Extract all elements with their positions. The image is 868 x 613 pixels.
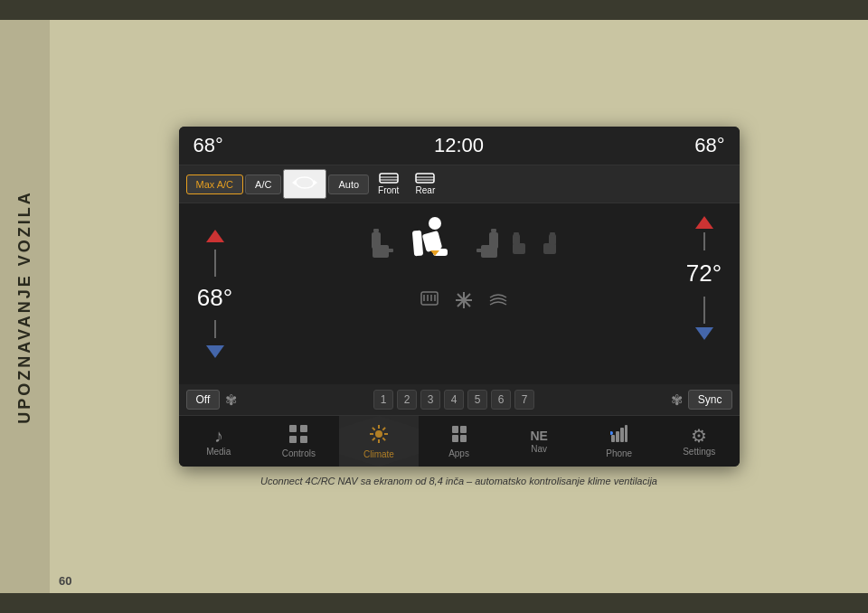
svg-rect-18 bbox=[489, 232, 498, 249]
nav-icon: NE bbox=[530, 429, 547, 442]
nav-controls[interactable]: Controls bbox=[259, 416, 339, 467]
svg-rect-5 bbox=[416, 174, 434, 183]
right-temp-down-button[interactable] bbox=[695, 327, 713, 340]
active-person-figure bbox=[408, 214, 462, 281]
floor-airflow-icon[interactable] bbox=[420, 290, 439, 314]
recirculate-button[interactable] bbox=[283, 169, 326, 199]
svg-point-36 bbox=[462, 298, 466, 302]
svg-rect-44 bbox=[452, 435, 458, 442]
bottom-nav: ♪ Media Controls bbox=[179, 415, 740, 467]
fan-speed-row: Off ✾ 1 2 3 4 5 6 7 ✾ Sync bbox=[179, 384, 740, 415]
svg-rect-48 bbox=[620, 428, 624, 442]
sync-button[interactable]: Sync bbox=[688, 390, 732, 410]
top-bar bbox=[0, 0, 868, 20]
left-temp-line-bottom bbox=[214, 320, 216, 338]
media-label: Media bbox=[206, 447, 231, 457]
fan-off-button[interactable]: Off bbox=[186, 390, 221, 410]
speed-2-button[interactable]: 2 bbox=[397, 390, 417, 410]
left-temp-down-button[interactable] bbox=[206, 345, 224, 358]
nav-settings[interactable]: ⚙ Settings bbox=[659, 416, 740, 467]
left-temp-line bbox=[214, 250, 216, 277]
right-temp-line-bottom bbox=[703, 297, 705, 324]
apps-label: Apps bbox=[448, 448, 469, 458]
sidebar-title: UPOZNAVANJE VOZILA bbox=[15, 190, 34, 423]
svg-rect-2 bbox=[380, 174, 398, 183]
nav-media[interactable]: ♪ Media bbox=[179, 416, 259, 467]
bottom-bar bbox=[0, 593, 868, 613]
page-number: 60 bbox=[59, 574, 71, 588]
speed-4-button[interactable]: 4 bbox=[444, 390, 464, 410]
svg-marker-1 bbox=[292, 180, 296, 185]
svg-rect-14 bbox=[411, 231, 422, 257]
svg-rect-42 bbox=[452, 426, 458, 433]
right-temp-up-button[interactable] bbox=[695, 216, 713, 229]
left-temp-value: 68° bbox=[197, 284, 232, 312]
svg-point-12 bbox=[429, 217, 441, 230]
right-temp-value: 72° bbox=[686, 259, 722, 288]
settings-icon: ⚙ bbox=[691, 427, 707, 445]
settings-label: Settings bbox=[683, 447, 715, 457]
phone-icon bbox=[610, 424, 628, 447]
left-sidebar: UPOZNAVANJE VOZILA bbox=[0, 20, 50, 593]
svg-marker-0 bbox=[314, 180, 317, 185]
nav-label: Nav bbox=[531, 444, 547, 454]
svg-rect-45 bbox=[460, 435, 467, 442]
climate-main: 68° bbox=[179, 203, 740, 384]
rear-left-seat-icon[interactable] bbox=[511, 232, 533, 263]
speed-6-button[interactable]: 6 bbox=[491, 390, 511, 410]
driver-seat-icon[interactable] bbox=[370, 229, 397, 267]
passenger-seat-icon[interactable] bbox=[473, 229, 500, 267]
seat-icons-area bbox=[370, 211, 558, 285]
fan-right-icon[interactable]: ✾ bbox=[671, 391, 683, 409]
speed-1-button[interactable]: 1 bbox=[373, 390, 393, 410]
controls-icon bbox=[288, 424, 308, 447]
right-temp-line-top bbox=[703, 232, 705, 250]
nav-phone[interactable]: Phone bbox=[579, 416, 659, 467]
nav-nav[interactable]: NE Nav bbox=[499, 416, 580, 467]
nav-apps[interactable]: Apps bbox=[419, 416, 499, 467]
nav-climate[interactable]: Climate bbox=[339, 416, 420, 467]
speed-7-button[interactable]: 7 bbox=[514, 390, 534, 410]
screen-caption: Uconnect 4C/RC NAV sa ekranom od 8,4 inč… bbox=[260, 476, 657, 486]
max-ac-button[interactable]: Max A/C bbox=[186, 174, 244, 194]
svg-rect-37 bbox=[289, 425, 297, 432]
ac-button[interactable]: A/C bbox=[245, 174, 281, 194]
clock-display: 12:00 bbox=[434, 134, 484, 157]
right-temp-control: 72° bbox=[676, 203, 740, 384]
speed-buttons-group: 1 2 3 4 5 6 7 bbox=[242, 390, 665, 410]
svg-rect-20 bbox=[476, 249, 484, 252]
svg-point-50 bbox=[610, 431, 613, 435]
svg-rect-46 bbox=[611, 435, 615, 442]
front-label: Front bbox=[378, 185, 399, 195]
main-content: 68° 12:00 68° Max A/C A/C Auto bbox=[50, 20, 868, 593]
svg-rect-49 bbox=[625, 425, 627, 442]
rear-label: Rear bbox=[416, 185, 436, 195]
svg-rect-11 bbox=[386, 249, 393, 252]
airflow-icons-row bbox=[420, 290, 508, 314]
controls-label: Controls bbox=[282, 448, 316, 458]
rear-button[interactable]: Rear bbox=[408, 171, 442, 197]
uconnect-screen: 68° 12:00 68° Max A/C A/C Auto bbox=[179, 127, 740, 467]
svg-rect-38 bbox=[300, 425, 307, 432]
speed-5-button[interactable]: 5 bbox=[467, 390, 487, 410]
media-icon: ♪ bbox=[214, 427, 223, 445]
svg-rect-39 bbox=[289, 436, 297, 443]
snowflake-icon[interactable] bbox=[454, 290, 474, 314]
left-temp-control: 68° bbox=[179, 203, 251, 384]
screen-header: 68° 12:00 68° bbox=[179, 127, 740, 165]
svg-rect-40 bbox=[300, 436, 307, 443]
climate-hex-bg bbox=[339, 416, 420, 467]
rear-right-seat-icon[interactable] bbox=[536, 232, 558, 263]
front-button[interactable]: Front bbox=[371, 171, 406, 197]
climate-center bbox=[251, 203, 676, 384]
svg-rect-43 bbox=[460, 426, 467, 433]
svg-rect-9 bbox=[372, 232, 381, 249]
right-temp-header: 68° bbox=[671, 134, 725, 157]
svg-rect-47 bbox=[616, 431, 619, 442]
speed-3-button[interactable]: 3 bbox=[420, 390, 440, 410]
vent-airflow-icon[interactable] bbox=[488, 290, 508, 314]
left-temp-header: 68° bbox=[193, 134, 248, 157]
fan-left-icon[interactable]: ✾ bbox=[225, 391, 237, 409]
auto-button[interactable]: Auto bbox=[328, 174, 369, 194]
left-temp-up-button[interactable] bbox=[206, 230, 224, 242]
